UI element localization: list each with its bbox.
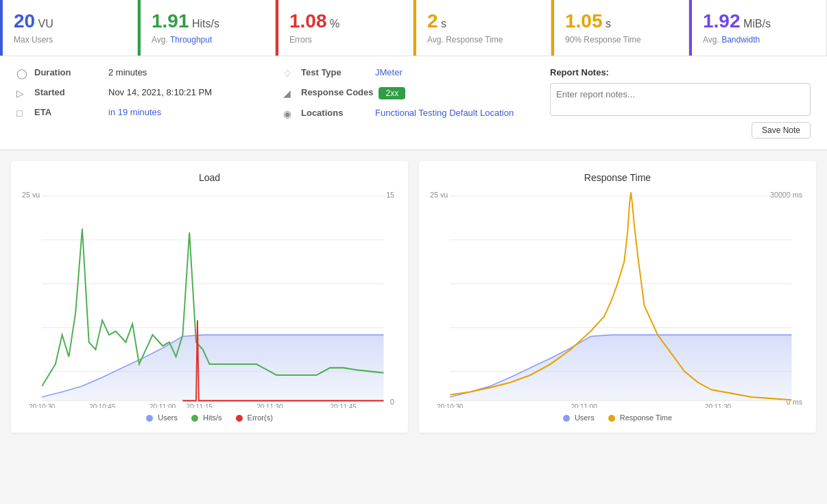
charts-section: Load 25 vu 15 0: [0, 150, 827, 444]
svg-text:20:11:30: 20:11:30: [256, 403, 283, 408]
metric-label-avg-response: Avg. Response Time: [427, 35, 537, 45]
response-time-chart-svg: 25 vu 30000 ms 0 ms: [430, 189, 805, 408]
svg-text:20:11:00: 20:11:00: [571, 403, 597, 408]
svg-text:20:11:00: 20:11:00: [149, 403, 176, 408]
svg-text:30000 ms: 30000 ms: [770, 190, 802, 199]
metric-max-users: 20 VU Max Users: [0, 0, 138, 56]
metric-value-max-users: 20: [14, 10, 35, 32]
response-time-chart-legend: Users Response Time: [430, 413, 805, 422]
svg-text:0: 0: [390, 397, 394, 406]
legend-dot-response-time: [608, 415, 615, 422]
response-time-chart-area: 25 vu 30000 ms 0 ms: [430, 189, 805, 408]
info-col-middle: ♢ Test Type JMeter ◢ Response Codes 2xx …: [283, 67, 523, 128]
legend-dot-rt-users: [563, 415, 570, 422]
response-time-chart-container: Response Time 25 vu 30000 ms 0 ms: [419, 161, 816, 433]
legend-users: Users: [146, 413, 178, 422]
metric-label-errors: Errors: [289, 35, 399, 45]
info-row-response-codes: ◢ Response Codes 2xx: [283, 87, 523, 99]
info-col-left: ◯ Duration 2 minutes ▷ Started Nov 14, 2…: [16, 67, 256, 127]
info-row-duration: ◯ Duration 2 minutes: [16, 67, 256, 79]
tag-icon: ♢: [283, 68, 296, 79]
response-time-chart-title: Response Time: [430, 172, 805, 183]
location-icon: ◉: [283, 108, 296, 119]
svg-text:20:11:45: 20:11:45: [331, 403, 357, 408]
metric-label-bandwidth: Avg. Bandwidth: [703, 35, 813, 45]
play-icon: ▷: [16, 88, 29, 99]
legend-errors: Error(s): [236, 413, 273, 422]
response-icon: ◢: [283, 88, 296, 99]
report-notes-section: Report Notes: Save Note: [550, 67, 811, 139]
info-section: ◯ Duration 2 minutes ▷ Started Nov 14, 2…: [0, 56, 827, 150]
metric-bandwidth: 1.92 MiB/s Avg. Bandwidth: [689, 0, 827, 56]
clock-icon: ◯: [16, 68, 29, 79]
svg-text:20:10:30: 20:10:30: [437, 403, 463, 408]
info-row-eta: □ ETA in 19 minutes: [16, 107, 256, 119]
metric-label-p90: 90% Response Time: [565, 35, 675, 45]
info-row-started: ▷ Started Nov 14, 2021, 8:10:21 PM: [16, 87, 256, 99]
metric-label-max-users: Max Users: [14, 35, 123, 45]
svg-text:15: 15: [386, 190, 394, 199]
load-chart-legend: Users Hits/s Error(s): [22, 413, 397, 422]
metric-value-throughput: 1.91: [152, 10, 189, 32]
info-row-locations: ◉ Locations Functional Testing Default L…: [283, 108, 523, 119]
report-notes-input[interactable]: [550, 83, 811, 116]
metric-p90-response: 1.05 s 90% Response Time: [551, 0, 689, 56]
svg-text:25 vu: 25 vu: [430, 190, 448, 199]
legend-hits: Hits/s: [191, 413, 222, 422]
load-chart-svg: 25 vu 15 0: [22, 189, 397, 408]
started-label: Started: [34, 87, 103, 97]
eta-label: ETA: [34, 107, 103, 117]
legend-dot-errors: [236, 415, 243, 422]
locations-label: Locations: [301, 108, 370, 118]
metric-value-avg-response: 2: [427, 10, 438, 32]
legend-dot-hits: [191, 415, 198, 422]
locations-value: Functional Testing Default Location: [375, 108, 514, 118]
eta-value: in 19 minutes: [108, 107, 161, 117]
metric-value-errors: 1.08: [289, 10, 327, 32]
metric-value-bandwidth: 1.92: [703, 10, 741, 32]
top-metrics: 20 VU Max Users 1.91 Hits/s Avg. Through…: [0, 0, 827, 56]
save-note-button[interactable]: Save Note: [752, 122, 811, 139]
eta-icon: □: [16, 108, 29, 119]
svg-text:20:10:30: 20:10:30: [29, 403, 55, 408]
metric-avg-response: 2 s Avg. Response Time: [414, 0, 551, 56]
duration-label: Duration: [34, 67, 103, 77]
info-row-test-type: ♢ Test Type JMeter: [283, 67, 523, 79]
legend-dot-users: [146, 415, 153, 422]
report-notes-title: Report Notes:: [550, 67, 811, 77]
duration-value: 2 minutes: [108, 67, 147, 77]
svg-text:20:11:15: 20:11:15: [187, 403, 213, 408]
started-value: Nov 14, 2021, 8:10:21 PM: [108, 87, 212, 97]
metric-throughput: 1.91 Hits/s Avg. Throughput: [138, 0, 276, 56]
legend-rt-users: Users: [563, 413, 595, 422]
load-chart-title: Load: [22, 172, 397, 183]
load-chart-container: Load 25 vu 15 0: [11, 161, 408, 433]
response-codes-badge: 2xx: [379, 87, 405, 99]
svg-text:25 vu: 25 vu: [22, 190, 40, 199]
metric-errors: 1.08 % Errors: [276, 0, 414, 56]
test-type-label: Test Type: [301, 67, 370, 77]
legend-response-time: Response Time: [608, 413, 673, 422]
svg-text:20:11:30: 20:11:30: [705, 403, 731, 408]
load-chart-area: 25 vu 15 0: [22, 189, 397, 408]
metric-label-throughput: Avg. Throughput: [152, 35, 261, 45]
test-type-value: JMeter: [375, 67, 403, 77]
metric-value-p90: 1.05: [565, 10, 603, 32]
svg-text:20:10:45: 20:10:45: [89, 403, 115, 408]
response-codes-label: Response Codes: [301, 87, 373, 97]
